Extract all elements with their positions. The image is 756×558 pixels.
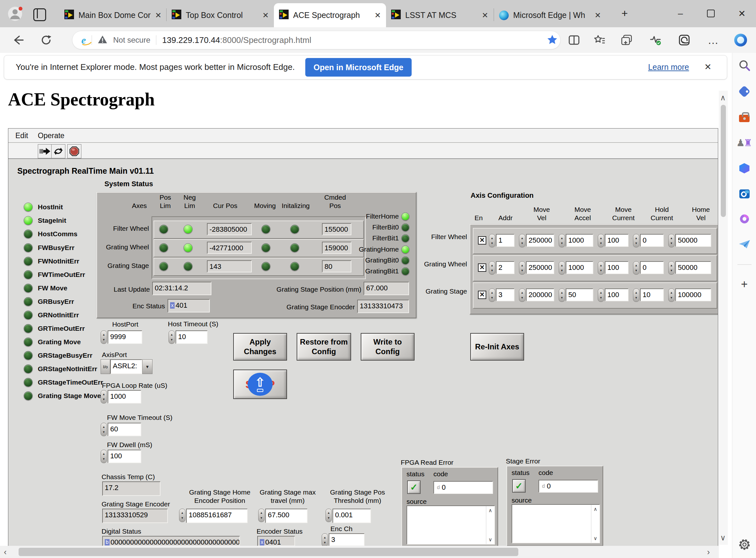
- sidebar-add-icon[interactable]: +: [737, 277, 752, 291]
- collections-icon[interactable]: [618, 32, 635, 48]
- horizontal-scrollbar[interactable]: ‹ ›: [0, 546, 719, 558]
- home-vel-field[interactable]: 50000: [675, 234, 711, 247]
- settings-more-icon[interactable]: …: [705, 32, 721, 48]
- abort-button[interactable]: [67, 144, 81, 158]
- host-timeout-spinner[interactable]: ▲▼: [168, 330, 175, 344]
- move-vel-field[interactable]: 250000: [526, 234, 554, 247]
- hold-current-spinner[interactable]: ▲▼: [633, 234, 640, 248]
- addr-spinner[interactable]: ▲▼: [489, 261, 495, 275]
- error-source-box[interactable]: ∧∨: [406, 505, 495, 544]
- gs-pos-threshold-spinner[interactable]: ▲▼: [325, 509, 332, 522]
- fw-dwell-field[interactable]: 100: [108, 450, 141, 463]
- hold-current-spinner[interactable]: ▲▼: [633, 288, 640, 302]
- hold-current-field[interactable]: 10: [640, 288, 664, 301]
- tab-close-icon[interactable]: ✕: [155, 11, 161, 20]
- minimize-button[interactable]: –: [673, 6, 688, 21]
- enable-checkbox[interactable]: ✕: [478, 236, 486, 245]
- gs-max-travel-field[interactable]: 67.500: [265, 509, 307, 523]
- tab-ace-spectrograph[interactable]: ACE Spectrograph ✕: [274, 3, 386, 27]
- vertical-scrollbar[interactable]: ∧ ∨: [719, 91, 728, 545]
- hold-current-field[interactable]: 0: [640, 234, 664, 247]
- tab-main-box-dome[interactable]: Main Box Dome Con ✕: [59, 3, 167, 27]
- tools-icon[interactable]: [737, 110, 752, 124]
- gs-max-travel-spinner[interactable]: ▲▼: [258, 509, 265, 522]
- tab-close-icon[interactable]: ✕: [595, 11, 601, 20]
- home-vel-spinner[interactable]: ▲▼: [668, 234, 675, 248]
- move-accel-spinner[interactable]: ▲▼: [559, 234, 565, 248]
- reinit-axes-button[interactable]: Re-Init Axes: [470, 333, 524, 360]
- scroll-right-icon[interactable]: ›: [707, 547, 710, 557]
- error-source-box[interactable]: ∧∨: [512, 504, 600, 543]
- move-accel-spinner[interactable]: ▲▼: [559, 261, 565, 275]
- tab-top-box-control[interactable]: Top Box Control ✕: [167, 3, 274, 27]
- gs-home-enc-pos-spinner[interactable]: ▲▼: [179, 509, 186, 522]
- open-in-edge-button[interactable]: Open in Microsoft Edge: [305, 58, 412, 77]
- home-vel-spinner[interactable]: ▲▼: [668, 288, 675, 302]
- addr-field[interactable]: 3: [496, 288, 514, 301]
- tab-lsst-at-mcs[interactable]: LSST AT MCS ✕: [386, 3, 493, 27]
- fpga-loop-rate-field[interactable]: 1000: [108, 390, 141, 404]
- menu-edit[interactable]: Edit: [16, 131, 28, 140]
- move-current-field[interactable]: 100: [605, 261, 628, 274]
- search-icon[interactable]: [737, 59, 752, 73]
- refresh-icon[interactable]: [38, 32, 54, 48]
- profile-avatar[interactable]: [8, 6, 22, 21]
- gs-home-enc-pos-field[interactable]: 10885161687: [186, 509, 248, 523]
- favorites-icon[interactable]: [591, 32, 608, 48]
- addr-spinner[interactable]: ▲▼: [489, 234, 495, 248]
- move-vel-spinner[interactable]: ▲▼: [519, 288, 525, 302]
- home-vel-field[interactable]: 100000: [675, 288, 711, 301]
- gs-pos-threshold-field[interactable]: 0.001: [332, 509, 371, 523]
- host-timeout-field[interactable]: 10: [176, 330, 208, 344]
- home-vel-spinner[interactable]: ▲▼: [668, 261, 675, 275]
- fw-move-timeout-spinner[interactable]: ▲▼: [101, 423, 107, 436]
- home-vel-field[interactable]: 50000: [675, 261, 711, 274]
- enable-checkbox[interactable]: ✕: [478, 263, 486, 272]
- tab-close-icon[interactable]: ✕: [375, 11, 381, 20]
- url-text[interactable]: 139.229.170.44:8000/Spectrograph.html: [162, 35, 311, 45]
- favorite-star-icon[interactable]: [547, 34, 558, 46]
- addr-field[interactable]: 2: [496, 261, 514, 274]
- move-current-field[interactable]: 100: [605, 288, 628, 301]
- loop-icon[interactable]: [737, 212, 752, 226]
- scroll-left-icon[interactable]: ‹: [4, 547, 7, 557]
- move-accel-field[interactable]: 1000: [566, 234, 593, 247]
- maximize-button[interactable]: [703, 6, 719, 21]
- move-vel-spinner[interactable]: ▲▼: [519, 234, 525, 248]
- host-port-field[interactable]: 9999: [108, 330, 142, 344]
- split-screen-icon[interactable]: [566, 32, 583, 48]
- horizontal-scroll-thumb[interactable]: [19, 548, 518, 556]
- move-current-spinner[interactable]: ▲▼: [598, 234, 604, 248]
- browser-essentials-icon[interactable]: [647, 32, 664, 48]
- shopping-icon[interactable]: [737, 84, 752, 98]
- run-button[interactable]: [38, 144, 52, 158]
- move-accel-field[interactable]: 50: [566, 288, 593, 301]
- banner-close-icon[interactable]: ✕: [704, 62, 711, 72]
- scroll-down-icon[interactable]: ∨: [720, 533, 726, 542]
- share-plane-icon[interactable]: [737, 237, 752, 251]
- outlook-icon[interactable]: [737, 187, 752, 201]
- tab-microsoft-edge[interactable]: Microsoft Edge | Wh ✕: [494, 3, 606, 27]
- host-port-spinner[interactable]: ▲▼: [101, 330, 107, 344]
- fw-dwell-spinner[interactable]: ▲▼: [101, 450, 107, 463]
- move-vel-spinner[interactable]: ▲▼: [519, 261, 525, 275]
- hold-current-field[interactable]: 0: [640, 261, 664, 274]
- axis-port-combo[interactable]: I/o ASRL2: ▼: [101, 359, 153, 374]
- move-accel-spinner[interactable]: ▲▼: [559, 288, 565, 302]
- vertical-scroll-thumb[interactable]: [721, 105, 726, 217]
- tab-close-icon[interactable]: ✕: [262, 11, 269, 20]
- addr-field[interactable]: 1: [496, 234, 514, 247]
- move-current-spinner[interactable]: ▲▼: [598, 288, 604, 302]
- run-continuous-button[interactable]: [51, 144, 65, 158]
- fw-move-timeout-field[interactable]: 60: [108, 423, 141, 436]
- write-to-config-button[interactable]: Write to Config: [361, 333, 414, 360]
- hold-current-spinner[interactable]: ▲▼: [633, 261, 640, 275]
- games-icon[interactable]: ♟♜: [737, 135, 752, 150]
- fpga-loop-rate-spinner[interactable]: ▲▼: [101, 390, 107, 404]
- workspaces-icon[interactable]: [33, 8, 46, 21]
- ie-mode-icon[interactable]: [676, 32, 693, 48]
- back-icon[interactable]: [9, 32, 26, 48]
- move-vel-field[interactable]: 250000: [526, 261, 554, 274]
- enc-ch-field[interactable]: 3: [329, 533, 364, 546]
- restore-from-config-button[interactable]: Restore from Config: [297, 333, 351, 360]
